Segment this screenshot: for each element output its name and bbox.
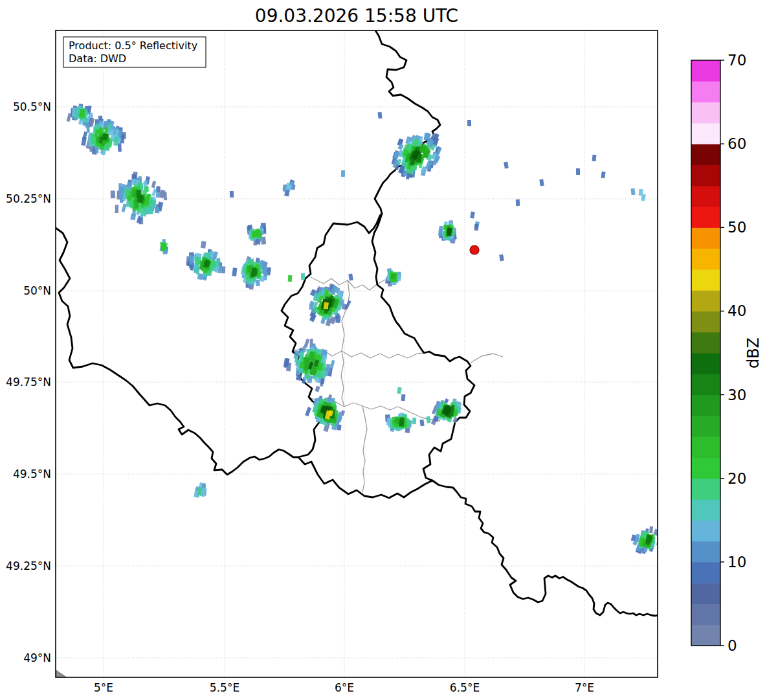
- colorbar-segment: [691, 290, 720, 311]
- radar-bin: [341, 170, 345, 177]
- colorbar-segment: [691, 374, 720, 395]
- longitude-axis-labels: 5°E5.5°E6°E6.5°E7°E: [94, 681, 594, 694]
- radar-bin: [130, 214, 136, 220]
- radar-bin: [412, 418, 417, 424]
- colorbar-segment: [691, 436, 720, 458]
- radar-bin: [145, 186, 149, 192]
- radar-bin: [288, 275, 293, 282]
- longitude-tick-label: 7°E: [575, 681, 594, 694]
- radar-bin: [149, 207, 153, 214]
- radar-bin: [155, 207, 159, 212]
- longitude-tick-label: 6°E: [335, 681, 354, 694]
- colorbar-tick-label: 0: [728, 637, 737, 654]
- latitude-tick-label: 49.75°N: [6, 376, 51, 389]
- radar-bin: [230, 191, 234, 198]
- radar-site-dot: [470, 245, 479, 254]
- latitude-tick-label: 50°N: [23, 284, 51, 297]
- radar-bin: [400, 418, 405, 426]
- colorbar-segment: [691, 353, 720, 374]
- data-source-label: Data: DWD: [69, 52, 126, 65]
- colorbar-segment: [691, 60, 720, 82]
- colorbar-segment: [691, 311, 720, 332]
- radar-bin: [115, 205, 119, 213]
- product-info-box: Product: 0.5° Reflectivity Data: DWD: [63, 37, 206, 67]
- colorbar-segment: [691, 395, 720, 416]
- colorbar-segment: [691, 102, 720, 124]
- latitude-tick-label: 50.25°N: [6, 192, 51, 205]
- colorbar-segment: [691, 457, 720, 479]
- colorbar-segment: [691, 123, 720, 144]
- colorbar-tick-label: 10: [728, 554, 746, 570]
- colorbar-segment: [691, 416, 720, 437]
- radar-bin: [423, 151, 428, 158]
- radar-bin: [630, 188, 635, 196]
- colorbar-segment: [691, 207, 720, 228]
- figure-title: 09.03.2026 15:58 UTC: [255, 5, 458, 27]
- radar-bin: [592, 155, 596, 162]
- colorbar-tick-label: 60: [728, 135, 746, 152]
- colorbar-segment: [691, 164, 720, 186]
- radar-bin: [649, 526, 653, 534]
- colorbar-tick-label: 20: [728, 470, 746, 487]
- colorbar-segment: [691, 499, 720, 521]
- colorbar-segment: [691, 227, 720, 249]
- colorbar-segment: [691, 520, 720, 541]
- radar-bin: [289, 185, 292, 190]
- radar-bin: [155, 192, 160, 198]
- radar-bin: [201, 241, 206, 249]
- radar-bin: [98, 127, 102, 134]
- radar-bin: [467, 120, 471, 126]
- colorbar-segment: [691, 269, 720, 291]
- radar-bin: [424, 133, 429, 140]
- colorbar-segment: [691, 186, 720, 207]
- colorbar-segment: [691, 562, 720, 583]
- colorbar-segment: [691, 625, 720, 646]
- radar-map-figure: 09.03.2026 15:58 UTC 50.5°N50.25°N50°N49…: [0, 0, 778, 700]
- longitude-tick-label: 6.5°E: [450, 681, 480, 694]
- colorbar-tick-label: 50: [728, 219, 746, 236]
- latitude-tick-label: 49.5°N: [13, 468, 51, 480]
- colorbar-axis-label: dBZ: [744, 337, 762, 368]
- latitude-tick-label: 50.5°N: [13, 100, 51, 113]
- radar-bin: [302, 346, 306, 352]
- colorbar: 010203040506070: [691, 52, 746, 654]
- radar-bin: [247, 265, 252, 273]
- radar-bin: [96, 147, 99, 153]
- colorbar-segment: [691, 81, 720, 102]
- radar-bin: [195, 257, 199, 265]
- latitude-tick-label: 49.25°N: [6, 559, 51, 572]
- colorbar-segment: [691, 479, 720, 500]
- colorbar-segment: [691, 604, 720, 625]
- radar-bin: [198, 487, 201, 495]
- colorbar-tick-label: 40: [728, 302, 746, 319]
- colorbar-segment: [691, 541, 720, 563]
- colorbar-segment: [691, 249, 720, 270]
- product-label: Product: 0.5° Reflectivity: [69, 40, 197, 52]
- radar-site-marker: [470, 245, 479, 254]
- colorbar-tick-label: 70: [728, 52, 746, 69]
- radar-bin: [324, 302, 329, 310]
- radar-bin: [516, 199, 520, 206]
- radar-bin: [301, 273, 305, 280]
- latitude-axis-labels: 50.5°N50.25°N50°N49.75°N49.5°N49.25°N49°…: [6, 100, 51, 664]
- radar-bin: [636, 534, 640, 542]
- radar-bin: [474, 224, 479, 231]
- radar-bin: [576, 168, 580, 175]
- radar-bin: [401, 394, 406, 401]
- longitude-tick-label: 5°E: [94, 681, 113, 694]
- colorbar-segment: [691, 144, 720, 165]
- latitude-tick-label: 49°N: [23, 651, 51, 664]
- colorbar-tick-label: 30: [728, 387, 746, 403]
- radar-bin: [118, 143, 122, 152]
- radar-bin: [161, 243, 166, 252]
- colorbar-segment: [691, 583, 720, 604]
- colorbar-segment: [691, 332, 720, 354]
- radar-bin: [128, 195, 131, 201]
- radar-bin: [111, 190, 116, 198]
- longitude-tick-label: 5.5°E: [210, 681, 239, 694]
- radar-bin: [377, 112, 382, 119]
- radar-bin: [397, 418, 400, 425]
